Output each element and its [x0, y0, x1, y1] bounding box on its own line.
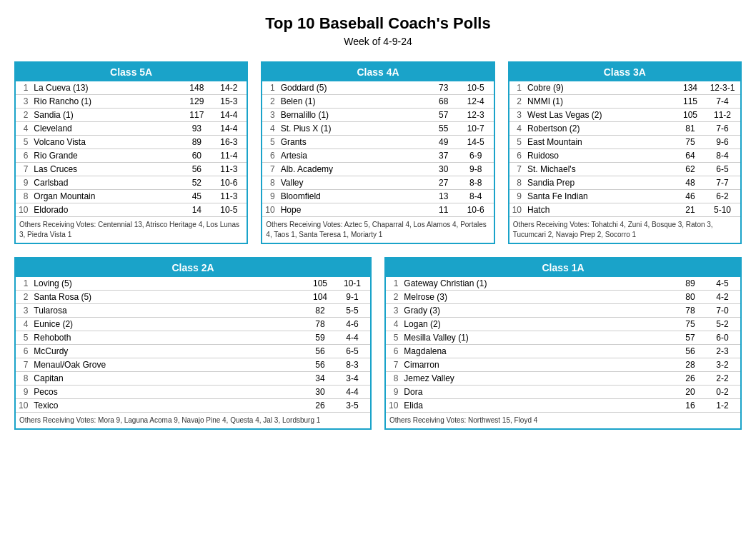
record-cell: 12-3-1 — [705, 81, 740, 95]
team-cell: Magdalena — [401, 345, 676, 358]
pts-cell: 52 — [182, 176, 211, 190]
team-cell: NMMI (1) — [524, 95, 676, 109]
rank-cell: 2 — [386, 291, 401, 304]
record-cell: 11-2 — [705, 109, 740, 122]
pts-cell: 104 — [306, 291, 334, 304]
bottom-row: Class 2A 1 Loving (5) 105 10-1 2 Santa R… — [14, 257, 742, 430]
pts-cell: 105 — [676, 109, 705, 122]
class-5a-table: Class 5A 1 La Cueva (13) 148 14-2 3 Rio … — [14, 61, 248, 244]
table-row: 5 Volcano Vista 89 16-3 — [16, 136, 247, 149]
table-row: 9 Santa Fe Indian 46 6-2 — [509, 190, 740, 203]
pts-cell: 27 — [429, 176, 458, 190]
pts-cell: 30 — [306, 386, 334, 399]
record-cell: 14-4 — [211, 122, 247, 136]
rank-cell: 6 — [509, 149, 524, 163]
class-4a-table: Class 4A 1 Goddard (5) 73 10-5 2 Belen (… — [261, 61, 494, 244]
rank-cell: 8 — [16, 372, 31, 386]
table-row: 7 Alb. Academy 30 9-8 — [262, 163, 493, 176]
table-row: 7 Las Cruces 56 11-3 — [16, 163, 247, 176]
team-cell: Goddard (5) — [278, 81, 429, 95]
record-cell: 11-3 — [211, 163, 247, 176]
team-cell: Menaul/Oak Grove — [31, 358, 306, 372]
team-cell: Volcano Vista — [31, 136, 182, 149]
table-row: 2 Santa Rosa (5) 104 9-1 — [16, 291, 370, 304]
rank-cell: 2 — [262, 95, 277, 109]
pts-cell: 21 — [676, 203, 705, 217]
rank-cell: 9 — [386, 386, 401, 399]
table-row: 7 Cimarron 28 3-2 — [386, 358, 740, 372]
record-cell: 10-7 — [458, 122, 494, 136]
team-cell: Rehoboth — [31, 331, 306, 345]
rank-cell: 1 — [509, 81, 524, 95]
pts-cell: 64 — [676, 149, 705, 163]
record-cell: 4-4 — [334, 386, 370, 399]
class-3a-data: 1 Cobre (9) 134 12-3-1 2 NMMI (1) 115 7-… — [509, 81, 740, 217]
class-2a-table: Class 2A 1 Loving (5) 105 10-1 2 Santa R… — [14, 257, 372, 430]
class-1a-table: Class 1A 1 Gateway Christian (1) 89 4-5 … — [384, 257, 742, 430]
record-cell: 6-9 — [458, 149, 494, 163]
pts-cell: 20 — [676, 386, 705, 399]
table-row: 8 Capitan 34 3-4 — [16, 372, 370, 386]
record-cell: 4-6 — [334, 318, 370, 331]
table-row: 9 Carlsbad 52 10-6 — [16, 176, 247, 190]
pts-cell: 89 — [676, 277, 705, 291]
pts-cell: 46 — [676, 190, 705, 203]
team-cell: Texico — [31, 399, 306, 413]
rank-cell: 7 — [16, 358, 31, 372]
record-cell: 7-0 — [705, 304, 740, 318]
record-cell: 16-3 — [211, 136, 247, 149]
team-cell: Hope — [278, 203, 429, 217]
pts-cell: 75 — [676, 318, 705, 331]
rank-cell: 3 — [509, 109, 524, 122]
class-3a-others: Others Receiving Votes: Tohatchi 4, Zuni… — [509, 217, 740, 243]
team-cell: McCurdy — [31, 345, 306, 358]
record-cell: 2-2 — [705, 372, 740, 386]
class-3a-table: Class 3A 1 Cobre (9) 134 12-3-1 2 NMMI (… — [508, 61, 742, 244]
record-cell: 6-5 — [334, 345, 370, 358]
pts-cell: 78 — [306, 318, 334, 331]
pts-cell: 148 — [182, 81, 211, 95]
rank-cell: 4 — [16, 318, 31, 331]
team-cell: Pecos — [31, 386, 306, 399]
class-3a-header: Class 3A — [509, 63, 740, 81]
rank-cell: 10 — [509, 203, 524, 217]
rank-cell: 1 — [262, 81, 277, 95]
rank-cell: 5 — [386, 331, 401, 345]
class-5a-data: 1 La Cueva (13) 148 14-2 3 Rio Rancho (1… — [16, 81, 247, 217]
pts-cell: 134 — [676, 81, 705, 95]
record-cell: 15-3 — [211, 95, 247, 109]
team-cell: Dora — [401, 386, 676, 399]
class-1a-header: Class 1A — [386, 258, 740, 277]
record-cell: 8-8 — [458, 176, 494, 190]
pts-cell: 37 — [429, 149, 458, 163]
table-row: 6 Ruidoso 64 8-4 — [509, 149, 740, 163]
team-cell: West Las Vegas (2) — [524, 109, 676, 122]
rank-cell: 7 — [262, 163, 277, 176]
table-row: 8 Jemez Valley 26 2-2 — [386, 372, 740, 386]
table-row: 2 Melrose (3) 80 4-2 — [386, 291, 740, 304]
team-cell: Valley — [278, 176, 429, 190]
record-cell: 3-5 — [334, 399, 370, 413]
team-cell: Sandia Prep — [524, 176, 676, 190]
table-row: 6 McCurdy 56 6-5 — [16, 345, 370, 358]
pts-cell: 49 — [429, 136, 458, 149]
team-cell: Mesilla Valley (1) — [401, 331, 676, 345]
table-row: 4 Eunice (2) 78 4-6 — [16, 318, 370, 331]
team-cell: Rio Grande — [31, 149, 182, 163]
pts-cell: 28 — [676, 358, 705, 372]
record-cell: 10-1 — [334, 277, 370, 291]
rank-cell: 5 — [16, 331, 31, 345]
rank-cell: 2 — [16, 291, 31, 304]
rank-cell: 8 — [262, 176, 277, 190]
table-row: 5 Rehoboth 59 4-4 — [16, 331, 370, 345]
team-cell: Hatch — [524, 203, 676, 217]
rank-cell: 5 — [16, 136, 31, 149]
pts-cell: 78 — [676, 304, 705, 318]
rank-cell: 1 — [16, 277, 31, 291]
table-row: 4 Cleveland 93 14-4 — [16, 122, 247, 136]
record-cell: 6-5 — [705, 163, 740, 176]
rank-cell: 9 — [16, 176, 31, 190]
table-row: 9 Pecos 30 4-4 — [16, 386, 370, 399]
team-cell: Rio Rancho (1) — [31, 95, 182, 109]
pts-cell: 81 — [676, 122, 705, 136]
